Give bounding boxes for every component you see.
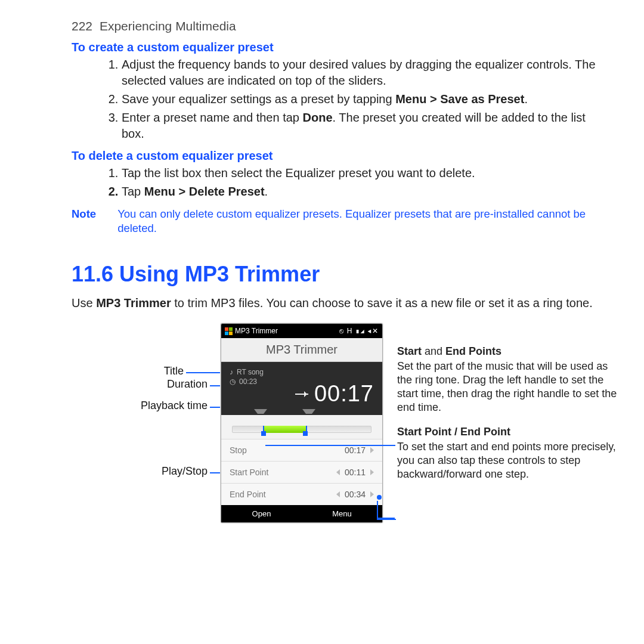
note: Note You can only delete custom equalize… xyxy=(72,207,603,236)
step-back-icon[interactable] xyxy=(336,491,340,497)
app-title: MP3 Trimmer xyxy=(221,338,382,362)
section-heading: 11.6 Using MP3 Trimmer xyxy=(72,262,603,287)
status-app-name: MP3 Trimmer xyxy=(235,327,278,335)
note-label: Note xyxy=(72,207,96,236)
intro-paragraph: Use MP3 Trimmer to trim MP3 files. You c… xyxy=(72,295,603,311)
step: Save your equalizer settings as a preset… xyxy=(122,91,603,107)
softkey-menu[interactable]: Menu xyxy=(302,505,382,522)
windows-flag-icon xyxy=(225,327,233,335)
manual-page: 222 Experiencing Multimedia To create a … xyxy=(0,0,644,644)
chapter-title: Experiencing Multimedia xyxy=(100,19,236,33)
row-stop[interactable]: Stop 00:17 xyxy=(221,439,382,461)
trim-track xyxy=(232,426,371,433)
annot-heading-controls: Start Point / End Point xyxy=(397,425,618,439)
step-fwd-icon[interactable] xyxy=(370,491,374,497)
phone-screenshot: MP3 Trimmer ⎋ H ▮◢ ◀✕ MP3 Trimmer ♪RT so… xyxy=(221,323,383,523)
step: Tap the list box then select the Equaliz… xyxy=(122,165,603,181)
trim-selection xyxy=(263,426,307,433)
callout-playstop: Play/Stop xyxy=(72,465,208,478)
row-start-point[interactable]: Start Point 00:11 xyxy=(221,461,382,483)
time-display: ♪RT song ◷00:23 00:17 xyxy=(221,362,382,415)
running-head: 222 Experiencing Multimedia xyxy=(72,19,603,33)
status-bar: MP3 Trimmer ⎋ H ▮◢ ◀✕ xyxy=(221,324,382,338)
playback-time: 00:17 xyxy=(314,381,374,407)
callout-duration: Duration xyxy=(72,378,208,391)
trim-slider[interactable] xyxy=(221,415,382,439)
status-icons: ⎋ H ▮◢ ◀✕ xyxy=(339,327,379,335)
steps-delete: Tap the list box then select the Equaliz… xyxy=(72,165,603,200)
annot-text-points: Set the part of the music that will be u… xyxy=(397,360,618,414)
music-note-icon: ♪ xyxy=(230,368,233,376)
step: Enter a preset name and then tap Done. T… xyxy=(122,110,603,142)
callout-title: Title xyxy=(72,365,184,377)
step: Adjust the frequency bands to your desir… xyxy=(122,57,603,89)
song-duration: 00:23 xyxy=(239,377,257,386)
steps-create: Adjust the frequency bands to your desir… xyxy=(72,57,603,142)
row-end-point[interactable]: End Point 00:34 xyxy=(221,483,382,505)
figure: Title Duration Playback time Play/Stop M… xyxy=(72,323,603,568)
softkey-bar: Open Menu xyxy=(221,505,382,522)
callout-playback: Playback time xyxy=(72,400,208,412)
play-icon xyxy=(370,447,374,453)
heading-delete-preset: To delete a custom equalizer preset xyxy=(72,149,603,163)
note-text: You can only delete custom equalizer pre… xyxy=(117,207,603,236)
end-handle-icon[interactable] xyxy=(302,409,315,420)
annot-text-controls: To set the start and end points more pre… xyxy=(397,440,618,481)
right-annotations: Start and End Points Set the part of the… xyxy=(397,345,618,492)
song-title: RT song xyxy=(237,368,264,376)
clock-icon: ◷ xyxy=(230,377,236,386)
progress-indicator-icon xyxy=(295,394,308,395)
start-handle-icon[interactable] xyxy=(254,409,267,420)
step: Tap Menu > Delete Preset. xyxy=(122,184,603,200)
heading-create-preset: To create a custom equalizer preset xyxy=(72,41,603,54)
step-fwd-icon[interactable] xyxy=(370,469,374,475)
step-back-icon[interactable] xyxy=(336,469,340,475)
softkey-open[interactable]: Open xyxy=(221,505,302,522)
page-number: 222 xyxy=(72,19,92,33)
annot-heading-points: Start and End Points xyxy=(397,345,618,358)
control-rows: Stop 00:17 Start Point 00:11 End Point 0… xyxy=(221,439,382,505)
